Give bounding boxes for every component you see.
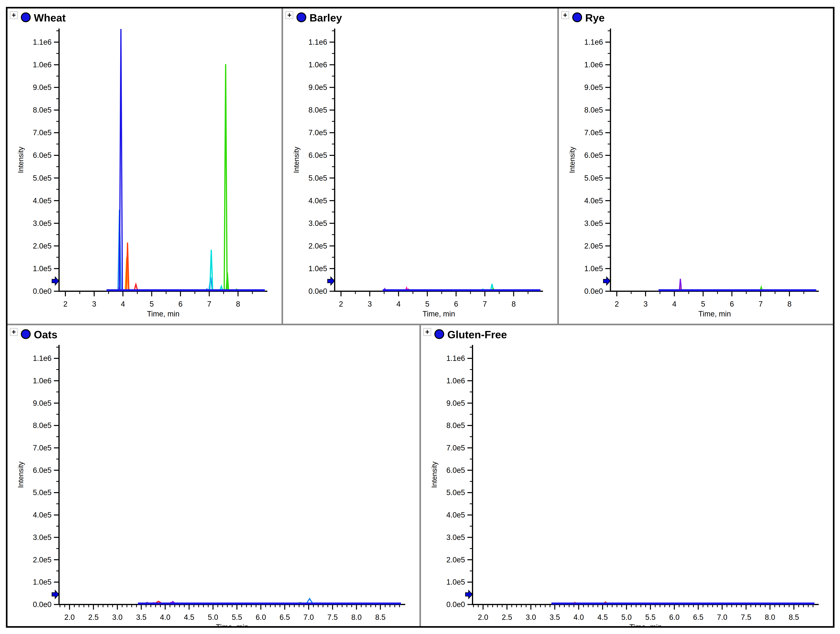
x-axis-ticks: 2.02.53.03.54.04.55.05.56.06.57.07.58.08… xyxy=(60,604,399,621)
svg-text:1.0e5: 1.0e5 xyxy=(308,264,327,273)
svg-text:6.5: 6.5 xyxy=(693,613,703,621)
x-axis-title: Time, min xyxy=(629,623,662,626)
svg-text:4.0e5: 4.0e5 xyxy=(308,196,327,205)
svg-text:5.0e5: 5.0e5 xyxy=(584,174,603,182)
svg-text:8: 8 xyxy=(236,300,240,308)
chromatogram-panel-rye: + Rye 0.0e01.0e52.0e53.0e54.0e55.0e56.0e… xyxy=(559,8,833,324)
svg-text:5.0e5: 5.0e5 xyxy=(33,174,52,182)
svg-text:3.0e5: 3.0e5 xyxy=(446,533,465,542)
chromatogram-plot[interactable]: 0.0e01.0e52.0e53.0e54.0e55.0e56.0e57.0e5… xyxy=(8,8,281,324)
svg-text:7.5: 7.5 xyxy=(741,613,751,621)
active-trace-arrow-icon[interactable] xyxy=(52,590,59,599)
svg-text:3: 3 xyxy=(643,300,647,308)
chromatogram-plot[interactable]: 0.0e01.0e52.0e53.0e54.0e55.0e56.0e57.0e5… xyxy=(421,325,833,626)
svg-text:7: 7 xyxy=(759,300,763,308)
expand-pane-button[interactable]: + xyxy=(10,11,18,19)
svg-text:1.1e6: 1.1e6 xyxy=(446,354,465,362)
svg-text:4.0e5: 4.0e5 xyxy=(33,196,52,205)
svg-text:4.5: 4.5 xyxy=(597,613,608,621)
axes xyxy=(334,28,543,292)
chromatogram-panel-oats: + Oats 0.0e01.0e52.0e53.0e54.0e55.0e56.0… xyxy=(8,325,419,626)
svg-text:1.1e6: 1.1e6 xyxy=(308,38,327,46)
y-axis-title: Intensity xyxy=(568,147,576,173)
svg-text:2.0e5: 2.0e5 xyxy=(33,556,52,564)
expand-pane-button[interactable]: + xyxy=(10,328,18,336)
svg-text:2: 2 xyxy=(614,300,619,308)
chromatogram-plot[interactable]: 0.0e01.0e52.0e53.0e54.0e55.0e56.0e57.0e5… xyxy=(283,8,557,324)
svg-text:0.0e0: 0.0e0 xyxy=(33,600,52,609)
y-axis-ticks: 0.0e01.0e52.0e53.0e54.0e55.0e56.0e57.0e5… xyxy=(33,347,59,609)
svg-text:5.0e5: 5.0e5 xyxy=(446,489,465,496)
sample-marker-icon[interactable] xyxy=(21,13,31,22)
svg-text:4.0: 4.0 xyxy=(160,613,171,621)
blue-trace xyxy=(119,29,122,291)
x-axis-ticks: 2345678 xyxy=(339,291,528,308)
svg-text:1.0e6: 1.0e6 xyxy=(446,376,465,385)
svg-text:6.0e5: 6.0e5 xyxy=(584,151,603,160)
chromatogram-plot[interactable]: 0.0e01.0e52.0e53.0e54.0e55.0e56.0e57.0e5… xyxy=(8,325,419,626)
svg-text:7.0e5: 7.0e5 xyxy=(446,444,465,452)
chromatogram-traces xyxy=(658,279,816,291)
expand-pane-button[interactable]: + xyxy=(423,328,431,336)
x-axis-ticks: 2345678 xyxy=(614,291,804,308)
svg-text:7.0e5: 7.0e5 xyxy=(33,444,52,452)
x-axis-title: Time, min xyxy=(147,310,179,318)
sample-marker-icon[interactable] xyxy=(297,13,306,22)
active-trace-arrow-icon[interactable] xyxy=(328,277,335,285)
svg-text:3.0e5: 3.0e5 xyxy=(308,219,327,228)
svg-text:1.1e6: 1.1e6 xyxy=(33,38,52,46)
svg-text:1.0e5: 1.0e5 xyxy=(584,264,603,273)
svg-text:5: 5 xyxy=(701,300,705,308)
y-axis-ticks: 0.0e01.0e52.0e53.0e54.0e55.0e56.0e57.0e5… xyxy=(446,347,472,609)
svg-text:1.0e5: 1.0e5 xyxy=(33,264,52,273)
svg-text:7: 7 xyxy=(207,300,211,308)
svg-text:1.0e6: 1.0e6 xyxy=(584,61,603,69)
svg-text:7.0: 7.0 xyxy=(303,613,314,621)
svg-text:3.5: 3.5 xyxy=(136,613,147,621)
svg-text:3.0e5: 3.0e5 xyxy=(33,533,52,542)
x-axis-ticks: 2345678 xyxy=(63,291,253,308)
svg-text:8.5: 8.5 xyxy=(375,613,385,621)
active-trace-arrow-icon[interactable] xyxy=(466,590,472,599)
chromatogram-plot[interactable]: 0.0e01.0e52.0e53.0e54.0e55.0e56.0e57.0e5… xyxy=(559,8,833,324)
svg-text:4.0: 4.0 xyxy=(573,613,584,621)
axes xyxy=(58,345,405,605)
svg-text:0.0e0: 0.0e0 xyxy=(446,600,465,609)
active-trace-arrow-icon[interactable] xyxy=(603,277,610,285)
pane-grid-frame: + Wheat 0.0e01.0e52.0e53.0e54.0e55.0e56.… xyxy=(6,7,834,628)
svg-text:3.0e5: 3.0e5 xyxy=(33,219,52,228)
pane-row-top: + Wheat 0.0e01.0e52.0e53.0e54.0e55.0e56.… xyxy=(8,8,833,324)
svg-text:5.5: 5.5 xyxy=(645,613,656,621)
svg-text:3: 3 xyxy=(92,300,96,308)
panel-title: Oats xyxy=(34,327,57,341)
svg-text:1.0e6: 1.0e6 xyxy=(308,61,327,69)
svg-text:9.0e5: 9.0e5 xyxy=(308,83,327,92)
panel-title: Wheat xyxy=(34,11,66,24)
y-axis-title: Intensity xyxy=(17,147,25,173)
svg-text:6: 6 xyxy=(454,300,458,308)
active-trace-arrow-icon[interactable] xyxy=(52,277,59,285)
svg-text:0.0e0: 0.0e0 xyxy=(33,287,52,296)
svg-text:4: 4 xyxy=(672,300,676,308)
svg-text:2.0: 2.0 xyxy=(64,613,75,621)
svg-text:8.0: 8.0 xyxy=(765,613,775,621)
svg-text:5: 5 xyxy=(150,300,154,308)
expand-pane-button[interactable]: + xyxy=(286,11,293,19)
pane-row-bottom: + Oats 0.0e01.0e52.0e53.0e54.0e55.0e56.0… xyxy=(8,325,833,626)
svg-text:2.0e5: 2.0e5 xyxy=(446,556,465,564)
svg-text:8.5: 8.5 xyxy=(789,613,799,621)
svg-text:4: 4 xyxy=(121,300,125,308)
sample-marker-icon[interactable] xyxy=(21,329,31,339)
svg-text:5.0e5: 5.0e5 xyxy=(33,489,52,496)
svg-text:6.0e5: 6.0e5 xyxy=(33,151,52,160)
panel-header: + Oats xyxy=(10,327,57,341)
sample-marker-icon[interactable] xyxy=(434,329,444,339)
sample-marker-icon[interactable] xyxy=(572,13,582,22)
svg-text:6: 6 xyxy=(730,300,734,308)
expand-pane-button[interactable]: + xyxy=(561,11,569,19)
svg-text:2.5: 2.5 xyxy=(502,613,512,621)
svg-text:2.0: 2.0 xyxy=(478,613,488,621)
svg-text:4.5: 4.5 xyxy=(184,613,194,621)
panel-title: Barley xyxy=(309,11,342,24)
svg-text:9.0e5: 9.0e5 xyxy=(584,83,603,92)
